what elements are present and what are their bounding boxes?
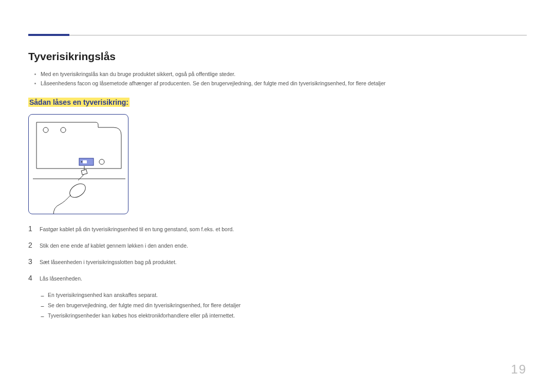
- svg-rect-5: [83, 160, 87, 163]
- dash-note: Se den brugervejledning, der fulgte med …: [28, 301, 527, 311]
- svg-point-6: [81, 161, 82, 162]
- dash-notes-list: En tyverisikringsenhed kan anskaffes sep…: [28, 290, 527, 321]
- page-number: 19: [511, 362, 527, 377]
- step-number: 1: [28, 225, 40, 233]
- lock-diagram: [28, 114, 128, 214]
- header-accent-bar: [28, 34, 69, 36]
- page-content: Tyverisikringslås Med en tyverisikringsl…: [28, 50, 527, 321]
- step-item: 3 Sæt låseenheden i tyverisikringsslotte…: [28, 257, 527, 266]
- steps-list: 1 Fastgør kablet på din tyverisikringsen…: [28, 225, 527, 282]
- svg-point-7: [67, 181, 88, 200]
- step-number: 2: [28, 241, 40, 249]
- intro-bullet: Låseenhedens facon og låsemetode afhænge…: [28, 79, 527, 88]
- header-divider: [28, 35, 527, 35]
- dash-note: Tyverisikringsenheder kan købes hos elek…: [28, 311, 527, 321]
- step-number: 3: [28, 257, 40, 266]
- step-text: Fastgør kablet på din tyverisikringsenhe…: [40, 226, 234, 232]
- step-item: 4 Lås låseenheden.: [28, 274, 527, 282]
- step-text: Lås låseenheden.: [40, 275, 82, 282]
- dash-note: En tyverisikringsenhed kan anskaffes sep…: [28, 290, 527, 301]
- sub-section-title: Sådan låses en tyverisikring:: [28, 98, 130, 107]
- svg-point-3: [99, 159, 104, 164]
- step-item: 2 Stik den ene ende af kablet gennem løk…: [28, 241, 527, 249]
- svg-point-1: [43, 127, 48, 133]
- step-text: Sæt låseenheden i tyverisikringsslotten …: [40, 259, 177, 265]
- section-title: Tyverisikringslås: [28, 50, 527, 63]
- intro-bullet-list: Med en tyverisikringslås kan du bruge pr…: [28, 70, 527, 88]
- step-item: 1 Fastgør kablet på din tyverisikringsen…: [28, 225, 527, 233]
- intro-bullet: Med en tyverisikringslås kan du bruge pr…: [28, 70, 527, 79]
- svg-rect-8: [81, 170, 87, 175]
- step-text: Stik den ene ende af kablet gennem løkke…: [40, 242, 188, 249]
- step-number: 4: [28, 274, 40, 282]
- svg-point-2: [61, 127, 66, 133]
